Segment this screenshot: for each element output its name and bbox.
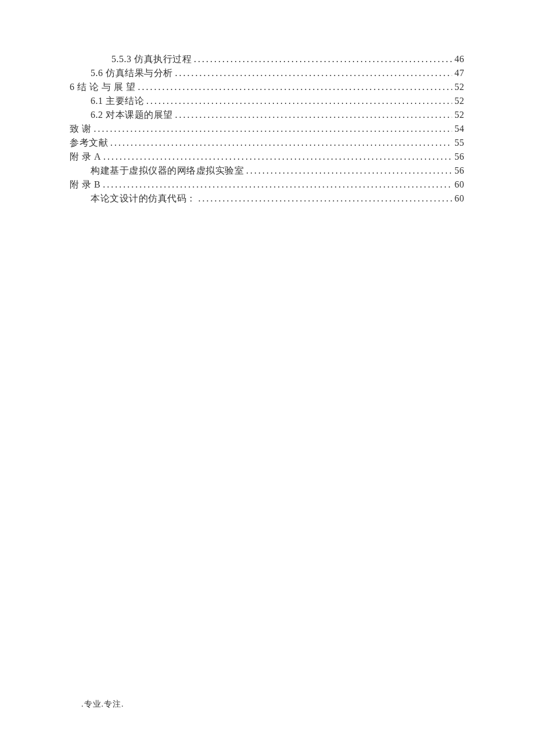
- toc-entry-label: 5.5.3 仿真执行过程: [111, 52, 192, 66]
- toc-entry-page: 60: [454, 192, 464, 206]
- toc-entry-page: 52: [454, 108, 464, 122]
- toc-entry-page: 47: [454, 66, 464, 80]
- toc-entry-label: 构建基于虚拟仪器的网络虚拟实验室: [91, 164, 244, 178]
- toc-entry-label: 附 录 A: [70, 150, 101, 164]
- toc-entry: 本论文设计的仿真代码：60: [70, 192, 464, 206]
- toc-entry-label: 参考文献: [70, 136, 108, 150]
- toc-entry-page: 54: [454, 122, 464, 136]
- toc-entry-page: 52: [454, 80, 464, 94]
- toc-entry-page: 56: [454, 150, 464, 164]
- toc-entry-page: 52: [454, 94, 464, 108]
- toc-leader-dots: [175, 108, 453, 122]
- toc-leader-dots: [138, 80, 453, 94]
- toc-leader-dots: [246, 164, 452, 178]
- toc-entry-label: 附 录 B: [70, 178, 100, 192]
- toc-entry-label: 6.1 主要结论: [91, 94, 144, 108]
- toc-leader-dots: [103, 178, 452, 192]
- toc-leader-dots: [103, 150, 452, 164]
- toc-entry: 6.1 主要结论52: [70, 94, 464, 108]
- toc-entry: 5.5.3 仿真执行过程46: [70, 52, 464, 66]
- toc-entry-page: 46: [454, 52, 464, 66]
- toc-entry: 构建基于虚拟仪器的网络虚拟实验室56: [70, 164, 464, 178]
- toc-leader-dots: [110, 136, 452, 150]
- toc-entry: 参考文献55: [70, 136, 464, 150]
- toc-entry: 5.6 仿真结果与分析47: [70, 66, 464, 80]
- toc-entry-page: 60: [454, 178, 464, 192]
- document-page: 5.5.3 仿真执行过程465.6 仿真结果与分析476 结 论 与 展 望52…: [0, 0, 534, 756]
- toc-entry: 6 结 论 与 展 望52: [70, 80, 464, 94]
- toc-entry-label: 6 结 论 与 展 望: [70, 80, 136, 94]
- toc-entry: 附 录 A56: [70, 150, 464, 164]
- toc-entry-page: 56: [454, 164, 464, 178]
- toc-entry-label: 5.6 仿真结果与分析: [91, 66, 173, 80]
- toc-leader-dots: [94, 122, 453, 136]
- toc-entry: 附 录 B60: [70, 178, 464, 192]
- toc-entry: 6.2 对本课题的展望52: [70, 108, 464, 122]
- toc-leader-dots: [146, 94, 452, 108]
- toc-entry-label: 本论文设计的仿真代码：: [91, 192, 196, 206]
- toc-leader-dots: [199, 192, 453, 206]
- toc-entry-label: 致 谢: [70, 122, 92, 136]
- toc-leader-dots: [194, 52, 452, 66]
- table-of-contents: 5.5.3 仿真执行过程465.6 仿真结果与分析476 结 论 与 展 望52…: [70, 52, 464, 206]
- page-footer: .专业.专注.: [81, 699, 124, 710]
- toc-entry-page: 55: [454, 136, 464, 150]
- toc-entry-label: 6.2 对本课题的展望: [91, 108, 173, 122]
- toc-entry: 致 谢54: [70, 122, 464, 136]
- toc-leader-dots: [175, 66, 453, 80]
